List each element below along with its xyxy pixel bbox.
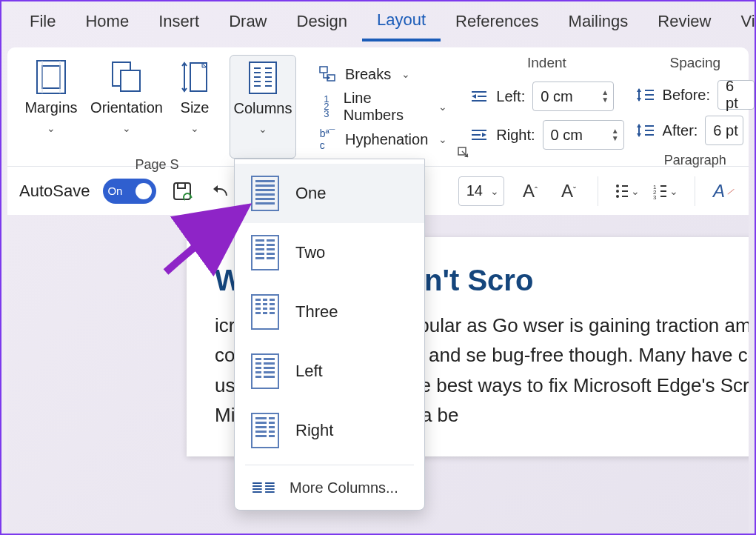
size-icon <box>180 59 210 95</box>
spacing-after-input[interactable]: 6 pt <box>705 116 743 145</box>
chevron-down-icon: ⌄ <box>258 123 267 135</box>
columns-option-right[interactable]: Right <box>235 401 424 460</box>
svg-rect-19 <box>320 67 327 73</box>
numbering-button[interactable]: 123⌄ <box>653 179 678 204</box>
paragraph-group-label: Paragraph <box>636 153 755 168</box>
spacing-before-icon <box>636 87 655 102</box>
tab-insert[interactable]: Insert <box>144 3 214 40</box>
spacing-before-label: Before: <box>663 87 710 104</box>
chevron-down-icon: ⌄ <box>47 122 56 134</box>
dropdown-separator <box>245 465 414 465</box>
tab-mailings[interactable]: Mailings <box>554 3 643 40</box>
breaks-label: Breaks <box>345 66 391 83</box>
decrease-font-button[interactable]: Aˇ <box>556 179 581 204</box>
page-setup-launcher-icon[interactable] <box>458 147 469 162</box>
two-column-icon <box>251 235 279 270</box>
indent-right-value: 0 cm <box>551 127 583 144</box>
tab-home[interactable]: Home <box>70 3 144 40</box>
svg-rect-5 <box>121 70 140 91</box>
line-numbers-button[interactable]: 123 Line Numbers ⌄ <box>317 90 447 123</box>
orientation-button[interactable]: Orientation ⌄ <box>93 55 160 159</box>
ribbon: Margins ⌄ Orientation ⌄ Size ⌄ <box>7 47 749 166</box>
spacing-before-input[interactable]: 6 pt <box>717 80 755 110</box>
columns-option-label: Right <box>295 421 333 440</box>
columns-option-label: Two <box>295 243 325 262</box>
columns-option-one[interactable]: One <box>235 164 424 223</box>
chevron-down-icon: ⌄ <box>401 68 410 80</box>
toggle-knob <box>136 183 152 199</box>
columns-option-label: Three <box>295 302 338 322</box>
bullets-button[interactable]: ⌄ <box>615 179 640 204</box>
tab-draw[interactable]: Draw <box>214 3 281 40</box>
spacing-after-icon <box>636 123 655 138</box>
tab-file[interactable]: File <box>15 3 70 40</box>
three-column-icon <box>251 294 279 330</box>
chevron-down-icon: ⌄ <box>190 122 199 134</box>
svg-point-48 <box>616 195 619 198</box>
size-button[interactable]: Size ⌄ <box>169 55 221 159</box>
svg-rect-43 <box>178 183 185 188</box>
columns-option-two[interactable]: Two <box>235 223 424 282</box>
svg-marker-31 <box>482 133 486 137</box>
clear-formatting-button[interactable]: A⟋ <box>712 179 737 204</box>
one-column-icon <box>251 176 279 211</box>
autosave-toggle[interactable]: On <box>103 179 156 204</box>
svg-rect-1 <box>42 66 60 88</box>
columns-option-label: Left <box>295 362 323 381</box>
spacing-group-label: Spacing <box>636 55 755 74</box>
more-columns-icon: ≣≣ <box>251 479 276 496</box>
increase-font-button[interactable]: Aˆ <box>518 179 543 204</box>
font-size-value: 14 <box>466 182 483 199</box>
save-button[interactable] <box>170 179 195 204</box>
tab-design[interactable]: Design <box>282 3 362 40</box>
chevron-down-icon: ⌄ <box>490 185 499 197</box>
tab-references[interactable]: References <box>441 3 554 40</box>
margins-label: Margins <box>24 99 77 116</box>
indent-left-input[interactable]: 0 cm▲▼ <box>532 82 614 111</box>
columns-label: Columns <box>234 100 292 117</box>
undo-button[interactable] <box>208 179 233 204</box>
more-columns-label: More Columns... <box>290 479 398 496</box>
svg-text:3: 3 <box>653 194 657 199</box>
svg-rect-8 <box>250 62 276 93</box>
indent-right-input[interactable]: 0 cm▲▼ <box>543 120 624 150</box>
more-columns-button[interactable]: ≣≣ More Columns... <box>235 470 424 505</box>
hyphenation-button[interactable]: bª¯c Hyphenation ⌄ <box>317 123 447 156</box>
stepper-arrows-icon[interactable]: ▲▼ <box>601 89 609 104</box>
indent-left-label: Left: <box>496 88 525 105</box>
breaks-button[interactable]: Breaks ⌄ <box>317 58 447 90</box>
spacing-after-label: After: <box>663 122 698 139</box>
tab-layout[interactable]: Layout <box>362 1 441 41</box>
tab-view[interactable]: View <box>726 3 756 40</box>
indent-left-value: 0 cm <box>541 88 572 105</box>
svg-marker-37 <box>637 124 641 127</box>
svg-marker-33 <box>637 98 641 102</box>
columns-button[interactable]: Columns ⌄ <box>230 55 296 159</box>
margins-button[interactable]: Margins ⌄ <box>18 55 84 159</box>
svg-rect-42 <box>174 183 190 199</box>
chevron-down-icon: ⌄ <box>631 185 640 197</box>
columns-dropdown: One Two Three Left Right ≣≣ More Columns… <box>234 159 425 511</box>
svg-point-46 <box>616 185 619 187</box>
line-numbers-icon: 123 <box>317 96 336 118</box>
ribbon-tabs: File Home Insert Draw Design Layout Refe… <box>1 1 755 41</box>
autosave-state: On <box>107 185 122 197</box>
chevron-down-icon: ⌄ <box>669 185 678 197</box>
columns-option-label: One <box>295 184 327 203</box>
chevron-down-icon: ⌄ <box>438 101 447 113</box>
autosave-label: AutoSave <box>19 182 90 201</box>
tab-review[interactable]: Review <box>643 3 726 40</box>
hyphenation-icon: bª¯c <box>317 127 338 151</box>
svg-point-47 <box>616 190 619 193</box>
stepper-arrows-icon[interactable]: ▲▼ <box>612 127 619 142</box>
svg-marker-45 <box>213 185 218 193</box>
size-label: Size <box>181 99 210 116</box>
hyphenation-label: Hyphenation <box>345 131 428 148</box>
svg-marker-21 <box>327 76 330 80</box>
chevron-down-icon: ⌄ <box>122 122 131 134</box>
columns-option-three[interactable]: Three <box>235 282 424 342</box>
right-column-icon <box>251 413 279 448</box>
font-size-input[interactable]: 14 ⌄ <box>458 176 504 206</box>
line-numbers-label: Line Numbers <box>344 90 429 124</box>
columns-option-left[interactable]: Left <box>235 342 424 401</box>
